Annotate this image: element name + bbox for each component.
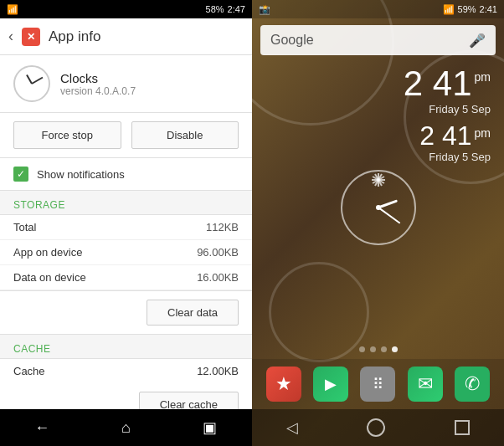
status-icons: 📶 xyxy=(7,4,18,15)
time-ampm-1: pm xyxy=(475,71,491,83)
app-info-icon: ✕ xyxy=(22,28,40,46)
analog-min-hand xyxy=(378,207,400,223)
digital-clock-1: 2 41 pm Friday 5 Sep xyxy=(252,66,504,115)
dock-icon-grid[interactable]: ⠿ xyxy=(360,367,395,402)
digital-clock-2: 2 41 pm Friday 5 Sep xyxy=(252,122,504,163)
storage-data-label: Data on device xyxy=(13,271,86,284)
google-text: Google xyxy=(270,33,469,48)
status-left: 📶 xyxy=(7,4,18,15)
notifications-row: ✓ Show notifications xyxy=(0,158,252,191)
wifi-icon: 📶 xyxy=(443,4,455,15)
battery-indicator: 58% xyxy=(206,4,224,14)
app-name: Clocks xyxy=(60,71,136,85)
digital-date-1: Friday 5 Sep xyxy=(252,103,491,115)
storage-section: Total 112KB App on device 96.00KB Data o… xyxy=(0,214,252,291)
right-battery: 59% xyxy=(458,4,476,14)
storage-data-value: 16.00KB xyxy=(197,271,239,284)
cache-section: Cache 12.00KB xyxy=(0,358,252,383)
dock-icon-phone[interactable]: ✆ xyxy=(455,367,490,402)
time-ampm-2: pm xyxy=(475,127,491,139)
clear-data-row: Clear data xyxy=(0,291,252,335)
digital-time-display-1: 2 41 pm xyxy=(252,66,491,101)
clear-data-button[interactable]: Clear data xyxy=(147,300,239,326)
recents-nav-button[interactable]: ▣ xyxy=(185,409,235,446)
dot-indicator xyxy=(252,346,504,352)
dock-area: ★ ▶ ⠿ ✉ ✆ xyxy=(252,359,504,409)
dot-2 xyxy=(370,346,376,352)
mic-icon[interactable]: 🎤 xyxy=(469,33,486,49)
back-button[interactable]: ‹ xyxy=(8,28,13,45)
storage-total-row: Total 112KB xyxy=(0,215,252,240)
storage-section-header: STORAGE xyxy=(0,191,252,214)
clock-widget-area: 2 41 pm Friday 5 Sep 2 41 pm Friday 5 Se… xyxy=(252,62,504,343)
back-nav-button[interactable]: ← xyxy=(17,409,67,446)
cache-value: 12.00KB xyxy=(197,365,239,377)
dot-3 xyxy=(381,346,387,352)
home-nav-button[interactable]: ⌂ xyxy=(100,409,151,446)
left-status-bar: 📶 58% 2:47 xyxy=(0,0,252,18)
storage-app-row: App on device 96.00KB xyxy=(0,240,252,265)
clear-cache-button[interactable]: Clear cache xyxy=(139,392,239,409)
digital-time-display-2: 2 41 pm xyxy=(252,122,491,149)
time-main-1: 2 41 xyxy=(404,66,472,101)
storage-total-label: Total xyxy=(13,221,36,233)
action-buttons: Force stop Disable xyxy=(0,113,252,158)
content-area: Clocks version 4.0.A.0.7 Force stop Disa… xyxy=(0,55,252,409)
right-status-right: 📶 59% 2:41 xyxy=(443,4,497,15)
page-title: App info xyxy=(49,28,100,45)
right-status-left: 📸 xyxy=(259,4,270,15)
left-bottom-nav: ← ⌂ ▣ xyxy=(0,409,252,446)
app-version: version 4.0.A.0.7 xyxy=(60,85,136,97)
right-time: 2:41 xyxy=(480,4,497,14)
right-home-button[interactable] xyxy=(367,418,385,437)
right-status-bar: 📸 📶 59% 2:41 xyxy=(252,0,504,18)
right-recents-button[interactable] xyxy=(455,420,470,435)
dock-icon-message[interactable]: ✉ xyxy=(408,367,443,402)
cache-label: Cache xyxy=(13,365,45,377)
right-back-button[interactable]: ◁ xyxy=(286,418,298,437)
google-search-bar[interactable]: Google 🎤 xyxy=(260,25,496,55)
app-header: Clocks version 4.0.A.0.7 xyxy=(0,55,252,113)
right-panel: 📸 📶 59% 2:41 Google 🎤 2 41 pm Friday 5 S… xyxy=(252,0,504,446)
dot-1 xyxy=(359,346,365,352)
app-details: Clocks version 4.0.A.0.7 xyxy=(60,71,136,97)
disable-button[interactable]: Disable xyxy=(131,121,239,149)
storage-total-value: 112KB xyxy=(206,221,239,233)
analog-center xyxy=(376,205,381,210)
status-time: 2:47 xyxy=(228,4,245,14)
digital-date-2: Friday 5 Sep xyxy=(252,151,491,163)
cache-section-header: CACHE xyxy=(0,335,252,358)
dot-4-active xyxy=(392,346,398,352)
notifications-checkbox[interactable]: ✓ xyxy=(13,167,28,182)
left-panel: 📶 58% 2:47 ‹ ✕ App info Clocks version 4… xyxy=(0,0,252,446)
status-right: 58% 2:47 xyxy=(206,4,245,14)
storage-data-row: Data on device 16.00KB xyxy=(0,265,252,290)
analog-face xyxy=(341,170,416,245)
force-stop-button[interactable]: Force stop xyxy=(13,121,121,149)
dock-icon-1[interactable]: ★ xyxy=(266,367,301,402)
storage-app-value: 96.00KB xyxy=(197,246,239,259)
dock-icon-play[interactable]: ▶ xyxy=(313,367,348,402)
storage-app-label: App on device xyxy=(13,246,82,259)
top-bar: ‹ ✕ App info xyxy=(0,18,252,55)
right-bottom-nav: ◁ xyxy=(252,409,504,446)
cache-row: Cache 12.00KB xyxy=(0,359,252,383)
time-main-2: 2 41 xyxy=(419,122,471,149)
app-icon xyxy=(13,65,50,102)
analog-clock xyxy=(341,170,416,245)
clock-min-hand xyxy=(32,77,44,85)
notifications-label: Show notifications xyxy=(37,168,125,181)
clear-cache-row: Clear cache xyxy=(0,383,252,409)
